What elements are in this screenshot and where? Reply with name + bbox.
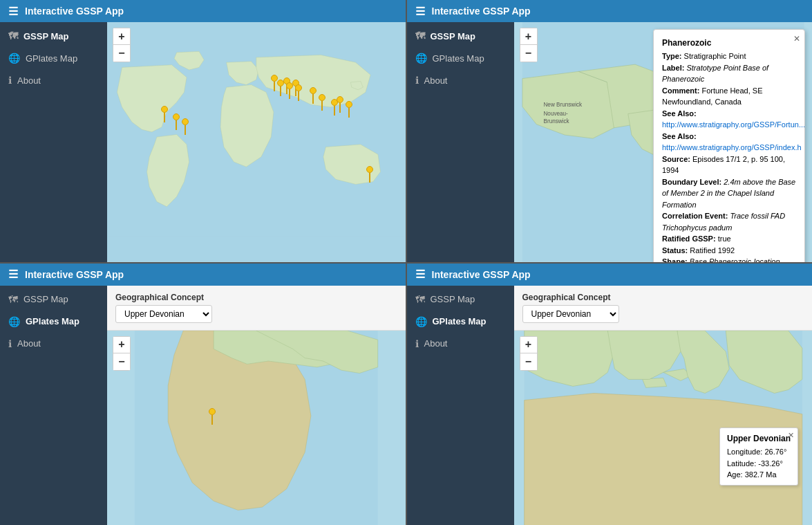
gssp-pin-10[interactable]	[310, 87, 317, 104]
panel-4-body: 🗺 GSSP Map 🌐 GPlates Map ℹ About Geograp…	[407, 286, 813, 526]
popup-link-1[interactable]: http://www.stratigraphy.org/GSSP/Fortun.…	[662, 120, 805, 129]
info-icon-4: ℹ	[415, 338, 419, 349]
panel-3: ☰ Interactive GSSP App 🗺 GSSP Map 🌐 GPla…	[0, 264, 406, 526]
gssp-pin-9[interactable]	[295, 84, 302, 101]
panel-4: ☰ Interactive GSSP App 🗺 GSSP Map 🌐 GPla…	[407, 264, 813, 526]
geo-concept-3: Geographical Concept Upper Devonian Lowe…	[107, 286, 406, 331]
app-grid: ☰ Interactive GSSP App 🗺 GSSP Map 🌐 GPla…	[0, 0, 812, 525]
sidebar-item-gplates-1[interactable]: 🌐 GPlates Map	[0, 47, 107, 69]
info-popup: ✕ Phanerozoic Type: Stratigraphic Point …	[653, 29, 805, 262]
sidebar-item-gssp-map-2[interactable]: 🗺 GSSP Map	[407, 25, 514, 47]
sidebar-label-about-1: About	[17, 75, 41, 86]
gssp-pin-15[interactable]	[366, 166, 373, 183]
panel-2-map[interactable]: New Brunswick Nouveau- Brunswick Nova Sc…	[514, 22, 813, 262]
svg-text:Nouveau-: Nouveau-	[543, 111, 568, 117]
panel-1-map[interactable]: + −	[107, 22, 406, 262]
gssp-pin-11[interactable]	[319, 94, 325, 111]
zoom-controls-2: + −	[520, 28, 538, 62]
sidebar-item-gssp-map-4[interactable]: 🗺 GSSP Map	[407, 288, 514, 311]
map-icon-1: 🗺	[8, 30, 18, 42]
zoom-in-4[interactable]: +	[520, 337, 537, 353]
sidebar-label-gplates-4: GPlates Map	[433, 316, 487, 326]
zoom-in-2[interactable]: +	[520, 28, 537, 45]
info-icon-2: ℹ	[415, 75, 419, 86]
panel-3-title: Interactive GSSP App	[25, 269, 124, 280]
zoom-out-1[interactable]: −	[113, 45, 130, 62]
map-icon-3: 🗺	[8, 294, 18, 305]
sidebar-item-about-1[interactable]: ℹ About	[0, 69, 107, 91]
geo-concept-label-3: Geographical Concept	[115, 293, 397, 302]
tooltip-age: Age: 382.7 Ma	[727, 469, 791, 481]
sidebar-label-gplates-2: GPlates Map	[433, 53, 484, 64]
tooltip-longitude: Longitude: 26.76°	[727, 446, 791, 458]
hamburger-icon-3[interactable]: ☰	[8, 268, 18, 281]
sidebar-label-about-2: About	[424, 75, 448, 86]
hamburger-icon-2[interactable]: ☰	[415, 5, 425, 18]
panel-2: ☰ Interactive GSSP App 🗺 GSSP Map 🌐 GPla…	[407, 0, 813, 262]
popup-boundary: Boundary Level: 2.4m above the Base of M…	[662, 176, 796, 211]
sidebar-label-about-3: About	[17, 338, 41, 349]
popup-link-2[interactable]: http://www.stratigraphy.org/GSSP/index.h	[662, 143, 802, 151]
geo-concept-select-4[interactable]: Upper Devonian Lower Devonian Middle Dev…	[522, 305, 619, 323]
sidebar-label-about-4: About	[424, 338, 448, 349]
gssp-pin-13[interactable]	[337, 96, 343, 113]
popup-see-also-1: See Also: http://www.stratigraphy.org/GS…	[662, 108, 796, 131]
sidebar-item-gplates-3[interactable]: 🌐 GPlates Map	[0, 311, 107, 333]
zoom-out-4[interactable]: −	[520, 353, 537, 370]
geo-concept-select-3[interactable]: Upper Devonian Lower Devonian Middle Dev…	[115, 305, 212, 323]
panel-2-title: Interactive GSSP App	[432, 6, 531, 17]
zoom-controls-4: + −	[520, 336, 538, 371]
gssp-pin-14[interactable]	[346, 101, 352, 118]
panel-3-sidebar: 🗺 GSSP Map 🌐 GPlates Map ℹ About	[0, 286, 107, 526]
sidebar-item-gplates-4[interactable]: 🌐 GPlates Map	[407, 311, 514, 333]
svg-text:New Brunswick: New Brunswick	[543, 102, 583, 108]
hamburger-icon-1[interactable]: ☰	[8, 5, 18, 18]
panel-4-map[interactable]: + − ✕ Upper Devonian Longitude: 26.76° L…	[514, 331, 813, 526]
popup-status: Status: Ratified 1992	[662, 245, 796, 257]
panel-4-sidebar: 🗺 GSSP Map 🌐 GPlates Map ℹ About	[407, 286, 514, 526]
sidebar-item-about-4[interactable]: ℹ About	[407, 333, 514, 355]
sidebar-item-gplates-2[interactable]: 🌐 GPlates Map	[407, 47, 514, 69]
sidebar-label-gssp-3: GSSP Map	[23, 294, 68, 304]
geo-concept-4: Geographical Concept Upper Devonian Lowe…	[514, 286, 813, 331]
popup-correlation: Correlation Event: Trace fossil FAD Tric…	[662, 210, 796, 233]
popup-ratified: Ratified GSSP: true	[662, 233, 796, 245]
popup-type: Type: Stratigraphic Point	[662, 50, 796, 62]
panel-3-map[interactable]: + −	[107, 331, 406, 526]
globe-icon-1: 🌐	[8, 53, 20, 64]
world-map-svg-1	[107, 22, 406, 262]
popup-see-also-2: See Also: http://www.stratigraphy.org/GS…	[662, 131, 796, 154]
sidebar-item-gssp-map-1[interactable]: 🗺 GSSP Map	[0, 25, 107, 47]
sidebar-label-gplates-3: GPlates Map	[26, 316, 79, 326]
gssp-pin-2[interactable]	[173, 113, 180, 130]
sidebar-item-about-2[interactable]: ℹ About	[407, 69, 514, 91]
geo-map-svg-3	[107, 331, 406, 526]
map-icon-4: 🗺	[415, 294, 425, 305]
tooltip-close-btn[interactable]: ✕	[788, 430, 794, 441]
zoom-in-3[interactable]: +	[113, 337, 130, 353]
panel-1-header: ☰ Interactive GSSP App	[0, 0, 406, 22]
map-tooltip-4: ✕ Upper Devonian Longitude: 26.76° Latit…	[719, 427, 798, 486]
info-icon-3: ℹ	[8, 338, 12, 349]
gssp-pin-devonian[interactable]	[209, 408, 216, 425]
info-icon-1: ℹ	[8, 75, 12, 86]
sidebar-item-about-3[interactable]: ℹ About	[0, 333, 107, 355]
zoom-out-2[interactable]: −	[520, 45, 537, 62]
gssp-pin-3[interactable]	[182, 118, 189, 135]
zoom-controls-1: + −	[113, 28, 131, 62]
zoom-out-3[interactable]: −	[113, 353, 130, 370]
sidebar-label-gssp-4: GSSP Map	[431, 294, 475, 304]
panel-4-header: ☰ Interactive GSSP App	[407, 264, 813, 286]
sidebar-item-gssp-map-3[interactable]: 🗺 GSSP Map	[0, 288, 107, 311]
panel-3-body: 🗺 GSSP Map 🌐 GPlates Map ℹ About Geograp…	[0, 286, 406, 526]
popup-title: Phanerozoic	[662, 37, 796, 49]
geo-select-wrapper-3: Upper Devonian Lower Devonian Middle Dev…	[115, 305, 397, 323]
popup-source: Source: Episodes 17/1 2, p. 95 100, 1994	[662, 154, 796, 176]
panel-3-map-area: Geographical Concept Upper Devonian Lowe…	[107, 286, 406, 526]
hamburger-icon-4[interactable]: ☰	[415, 268, 425, 281]
panel-3-header: ☰ Interactive GSSP App	[0, 264, 406, 286]
popup-close-btn[interactable]: ✕	[793, 33, 800, 45]
popup-shape: Shape: Base Phanerozoic-location	[662, 256, 796, 262]
gssp-pin-1[interactable]	[161, 106, 168, 122]
zoom-in-1[interactable]: +	[113, 28, 130, 45]
